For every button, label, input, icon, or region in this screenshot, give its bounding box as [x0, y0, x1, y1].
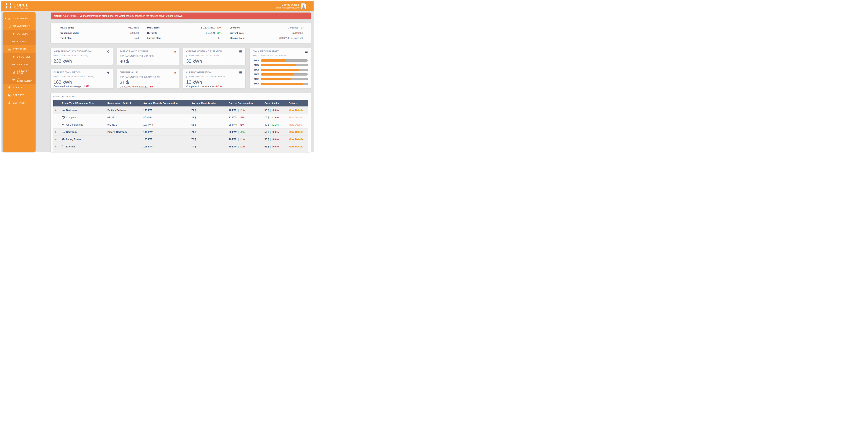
history-bar-track [261, 73, 308, 75]
history-row: 21/06 [253, 68, 308, 71]
copel-logo-icon [5, 3, 11, 9]
sidebar-item-label: DASHBOARD [13, 17, 28, 20]
card-title: CURRENT VALUE [120, 71, 138, 73]
card-title: AVERAGE MONTHLY GENERATION [186, 50, 222, 53]
card-title: AVERAGE MONTHLY CONSUMPTION [54, 50, 91, 53]
sidebar-item-label: BY OUTLET [17, 56, 30, 58]
sidebar-item-settings[interactable]: SETTINGS [3, 99, 35, 106]
more-details-link[interactable]: More Details [289, 123, 302, 126]
history-month-label: 21/04 [253, 78, 259, 80]
room-type: Bedroom [66, 131, 77, 133]
sidebar: DASHBOARD MANAGEMENT OUTLETS ROOMS STATI… [3, 12, 35, 152]
bed-icon [12, 63, 15, 66]
location-value: Campinas - SP [288, 27, 304, 29]
compared-to-average: Compared to the average: ↓0.2% [186, 85, 243, 88]
card-average-monthly-consumption: AVERAGE MONTHLY CONSUMPTION (FOR ALL OUT… [51, 48, 113, 65]
history-row: 21/08 [253, 59, 308, 62]
trend-up-value: ↑0.6% [272, 131, 279, 133]
user-menu[interactable]: James Willies james_willies@mail.com [276, 3, 310, 9]
chevron-down-icon [32, 26, 34, 27]
history-month-label: 21/05 [253, 73, 259, 75]
history-bar-fill [261, 73, 294, 75]
expand-caret-icon[interactable] [55, 146, 57, 148]
avg-consumption: 100 kWh [141, 123, 189, 126]
more-details-link[interactable]: More Details [289, 116, 302, 119]
card-current-value: CURRENT VALUE $ (FOR ALL OUTLETS IN THE … [117, 69, 179, 89]
solar-panel-icon [12, 79, 15, 81]
solar-panel-icon [239, 71, 243, 74]
trend-down-value: ↓0.2% [215, 85, 222, 88]
avg-value: 74 $ [189, 109, 226, 112]
card-value: 232 kWh [54, 59, 110, 64]
table-title: STATISTICS BY ROOM: [53, 93, 308, 100]
consumption-history-card: CONSUMPTION HISTORY (FOR ALL OUTLETS IN … [250, 48, 311, 89]
tusd-tariff-value: $ 0.316 /kHW | ↑3% [201, 27, 221, 29]
current-value: 56 $ |↑0.6% [262, 145, 286, 148]
trend-up-value: ↑1% [149, 85, 153, 88]
trend-up-value: ↑1% [240, 138, 245, 141]
card-subtitle: (FOR ALL OUTLETS IN THE CURRENT MONTH) [120, 76, 176, 78]
expand-caret-icon[interactable] [55, 110, 57, 111]
account-info-card: HEMS code:93029302 Consumer code:0293913… [51, 23, 311, 43]
expand-caret-icon[interactable] [55, 131, 57, 133]
bed-icon [62, 131, 65, 133]
sidebar-item-label: BY TARIFF POST [17, 70, 35, 74]
table-row[interactable]: Bedroom Emily's Bedroom 145 kWh 74 $ 70 … [53, 106, 308, 114]
user-name: James Willies [276, 3, 299, 7]
sidebar-item-outlets[interactable]: OUTLETS [3, 30, 35, 37]
current-consumption: 70 kWh |↑1% [226, 138, 262, 141]
management-submenu: OUTLETS ROOMS [3, 30, 35, 45]
avg-consumption: 145 kWh [141, 131, 189, 133]
sidebar-item-by-tariff-post[interactable]: BY TARIFF POST [3, 68, 35, 76]
more-details-link[interactable]: More Details [289, 109, 303, 112]
plug-icon [12, 56, 15, 58]
card-title: CURRENT GENERATION [186, 71, 211, 73]
table-row-clipped [53, 150, 308, 152]
te-trend-down: ↓3% [217, 32, 221, 34]
history-bar-fill [261, 83, 303, 85]
room-type: Kitchen [66, 145, 75, 148]
card-title: CURRENT CONSUMPTION [54, 71, 81, 73]
tusd-tariff-label: TUSD Tariff: [147, 27, 160, 29]
card-value: 31 $ [120, 80, 176, 85]
history-month-label: 21/06 [253, 68, 259, 71]
sidebar-item-management[interactable]: MANAGEMENT [3, 22, 35, 30]
sidebar-item-by-outlet[interactable]: BY OUTLET [3, 53, 35, 61]
trend-up-value: ↑0.6% [272, 145, 279, 148]
trend-up-value: ↑1% [240, 145, 245, 148]
area-chart-icon [8, 48, 11, 51]
sidebar-item-statistics[interactable]: STATISTICS [3, 45, 35, 53]
sidebar-item-rooms[interactable]: ROOMS [3, 37, 35, 45]
notice-prefix: Notice: [54, 14, 62, 18]
history-row: 21/05 [253, 73, 308, 75]
equipment-type: Air Conditioning [66, 123, 83, 126]
table-row[interactable]: Kitchen 145 kWh 74 $ 70 kWh |↑1% 56 $ |↑… [53, 143, 308, 150]
dollar-icon: $ [175, 71, 176, 75]
more-details-link[interactable]: More Details [289, 138, 303, 141]
room-type: Living Room [66, 138, 81, 141]
card-value: 40 $ [120, 59, 176, 64]
more-details-link[interactable]: More Details [289, 145, 303, 148]
computer-icon [62, 116, 65, 119]
card-value: 12 kWh [186, 80, 243, 85]
te-tariff-value: $ 0.3121 | ↓3% [206, 32, 221, 34]
app-header: COPEL Pura Energia James Willies james_w… [1, 1, 314, 11]
sidebar-item-reports[interactable]: REPORTS [3, 91, 35, 99]
sidebar-item-dashboard[interactable]: DASHBOARD [3, 14, 35, 22]
room-type: Bedroom [66, 109, 77, 112]
current-consumption: 70 kWh |↑1% [226, 109, 262, 112]
sidebar-item-label: REPORTS [13, 94, 24, 96]
expand-caret-icon[interactable] [55, 139, 57, 140]
history-bar-fill [261, 69, 300, 71]
table-row[interactable]: Bedroom Peter's Bedroom 145 kWh 74 $ 80 … [53, 128, 308, 135]
column-header-room-name: Room Name / Outlet Id [105, 102, 141, 104]
sidebar-item-alerts[interactable]: ALERTS [3, 84, 35, 91]
sidebar-item-by-room[interactable]: BY ROOM [3, 61, 35, 68]
more-details-link[interactable]: More Details [289, 131, 303, 133]
sidebar-item-of-generation[interactable]: OF GENERATION [3, 76, 35, 84]
table-row: Air Conditioning 0423131 100 kWh 51 $ 38… [53, 121, 308, 128]
table-row[interactable]: Living Room 145 kWh 74 $ 70 kWh |↑1% 56 … [53, 135, 308, 143]
current-value: 56 $ |↑0.6% [262, 138, 286, 141]
dashboard-page: COPEL Pura Energia James Willies james_w… [0, 0, 316, 155]
current-date-label: Current Date: [229, 32, 244, 34]
